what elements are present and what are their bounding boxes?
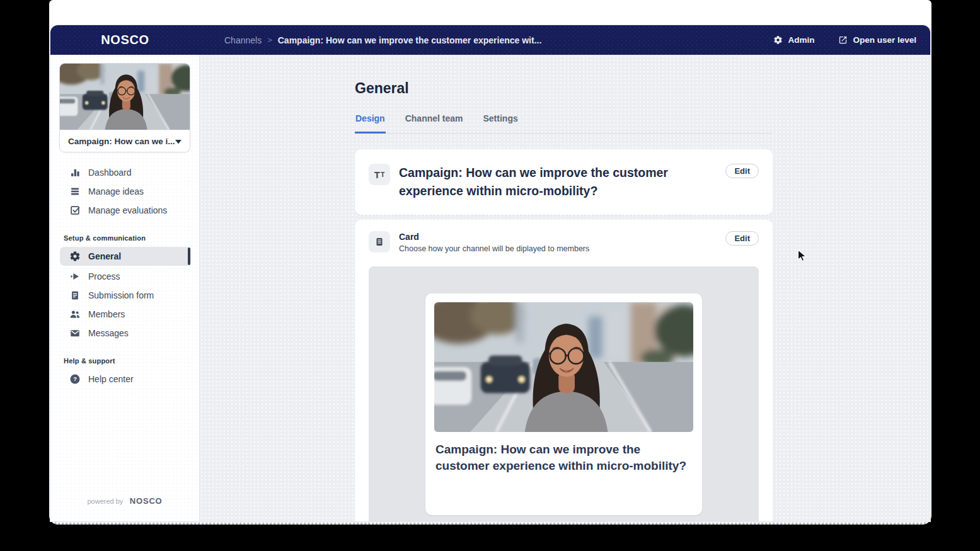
check-square-icon xyxy=(69,205,81,217)
footer-brand: NOSCO xyxy=(130,496,163,506)
page-title: General xyxy=(355,80,773,97)
header-actions: Admin Open user level xyxy=(761,35,930,45)
sidebar-item-label: Messages xyxy=(88,328,129,338)
preview-photo xyxy=(434,302,693,432)
sidebar: Campaign: How can we i... Dashboard xyxy=(50,55,200,521)
channel-selector-label: Campaign: How can we i... xyxy=(68,137,175,146)
gear-icon xyxy=(69,251,81,263)
channel-photo xyxy=(60,64,190,130)
tab-design[interactable]: Design xyxy=(355,113,386,133)
section-label-setup: Setup & communication xyxy=(64,234,199,242)
app-window: NOSCO Channels > Campaign: How can we im… xyxy=(50,25,930,521)
edit-card-button[interactable]: Edit xyxy=(725,231,759,246)
page-canvas: { "header": { "logo": "NOSCO", "breadcru… xyxy=(0,0,980,551)
title-section-card: TT Campaign: How can we improve the cust… xyxy=(355,149,773,215)
edit-title-button[interactable]: Edit xyxy=(725,164,759,178)
sidebar-item-label: Help center xyxy=(88,374,134,384)
channel-title-heading: Campaign: How can we improve the custome… xyxy=(399,164,717,200)
sidebar-item-label: Submission form xyxy=(88,290,154,300)
svg-text:?: ? xyxy=(73,376,77,382)
card-preview-panel: Campaign: How can we improve the custome… xyxy=(369,266,759,521)
sidebar-item-manage-evaluations[interactable]: Manage evaluations xyxy=(50,201,199,220)
sidebar-item-label: Dashboard xyxy=(88,168,132,178)
sidebar-nav-setup: General Process Submission form xyxy=(50,247,199,343)
arrow-right-icon xyxy=(69,271,81,283)
breadcrumb-channels[interactable]: Channels xyxy=(224,35,262,45)
sidebar-footer: powered by NOSCO xyxy=(50,495,199,506)
breadcrumb-current: Campaign: How can we improve the custome… xyxy=(278,35,542,45)
main-panel: General Design Channel team Settings TT … xyxy=(200,55,930,521)
text-icon-big: T xyxy=(374,169,380,180)
text-style-icon: TT xyxy=(369,164,390,185)
sidebar-item-label: Manage evaluations xyxy=(88,205,167,215)
users-icon xyxy=(69,309,81,321)
sidebar-item-members[interactable]: Members xyxy=(50,305,199,324)
sidebar-item-process[interactable]: Process xyxy=(50,267,199,286)
sidebar-item-dashboard[interactable]: Dashboard xyxy=(50,163,199,182)
channel-card: Campaign: How can we i... xyxy=(59,63,190,152)
sidebar-item-label: Members xyxy=(88,309,125,319)
admin-button[interactable]: Admin xyxy=(773,35,814,45)
sidebar-item-general[interactable]: General xyxy=(60,247,191,266)
sidebar-item-manage-ideas[interactable]: Manage ideas xyxy=(50,182,199,201)
main-content: General Design Channel team Settings TT … xyxy=(355,80,773,521)
card-section-texts: Card Choose how your channel will be dip… xyxy=(399,231,717,253)
stack-icon xyxy=(69,186,81,198)
text-icon-small: T xyxy=(381,171,384,178)
external-link-icon xyxy=(838,35,848,45)
app-body: Campaign: How can we i... Dashboard xyxy=(50,55,930,521)
envelope-icon xyxy=(69,327,81,339)
powered-by-label: powered by xyxy=(88,497,124,505)
sidebar-item-help-center[interactable]: ? Help center xyxy=(50,370,199,389)
sidebar-item-label: General xyxy=(88,251,121,261)
card-section-card: Card Choose how your channel will be dip… xyxy=(355,220,773,521)
card-section-subtitle: Choose how your channel will be diplayed… xyxy=(399,244,717,253)
sidebar-item-label: Manage ideas xyxy=(88,186,144,196)
breadcrumb: Channels > Campaign: How can we improve … xyxy=(200,35,761,45)
card-section-header: Card Choose how your channel will be dip… xyxy=(369,231,759,253)
card-icon xyxy=(369,231,390,253)
sidebar-item-messages[interactable]: Messages xyxy=(50,324,199,343)
document-icon xyxy=(69,290,81,302)
open-user-level-label: Open user level xyxy=(853,35,916,45)
question-icon: ? xyxy=(69,373,81,385)
top-bar: NOSCO Channels > Campaign: How can we im… xyxy=(50,25,930,55)
channel-preview-card: Campaign: How can we improve the custome… xyxy=(425,293,702,515)
card-section-title: Card xyxy=(399,232,717,242)
brand-logo: NOSCO xyxy=(50,33,200,47)
gear-icon xyxy=(773,35,783,45)
breadcrumb-separator: > xyxy=(267,35,272,45)
sidebar-nav-top: Dashboard Manage ideas Manage evaluation… xyxy=(50,163,199,220)
chevron-down-icon xyxy=(175,137,182,146)
bar-chart-icon xyxy=(69,167,81,179)
mouse-cursor xyxy=(797,249,807,263)
tab-bar: Design Channel team Settings xyxy=(355,113,773,133)
sidebar-nav-help: ? Help center xyxy=(50,370,199,389)
channel-selector[interactable]: Campaign: How can we i... xyxy=(60,130,190,152)
sidebar-item-label: Process xyxy=(88,271,120,281)
tab-settings[interactable]: Settings xyxy=(483,113,519,133)
preview-card-title: Campaign: How can we improve the custome… xyxy=(435,441,692,474)
tab-channel-team[interactable]: Channel team xyxy=(405,113,464,133)
open-user-level-button[interactable]: Open user level xyxy=(838,35,916,45)
sidebar-item-submission-form[interactable]: Submission form xyxy=(50,286,199,305)
admin-label: Admin xyxy=(788,35,814,45)
section-label-help: Help & support xyxy=(64,357,199,365)
